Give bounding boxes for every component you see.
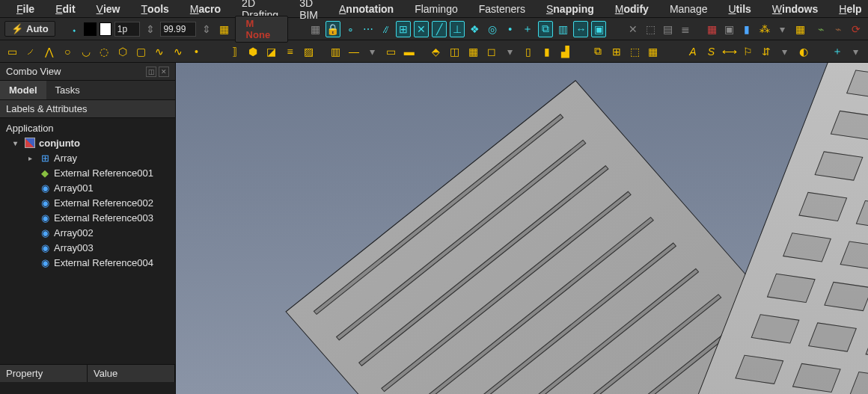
menu-tools[interactable]: Tools bbox=[131, 1, 180, 17]
menu-file[interactable]: File bbox=[6, 1, 45, 17]
bim-roof-icon[interactable]: ⬘ bbox=[429, 43, 444, 60]
menu-manage[interactable]: Manage bbox=[659, 1, 718, 17]
fill-color-swatch[interactable] bbox=[100, 22, 111, 36]
property-column-header[interactable]: Property bbox=[0, 365, 88, 382]
tools-icon[interactable]: ✕ bbox=[626, 21, 641, 37]
wire-icon[interactable]: ⟋ bbox=[23, 43, 39, 60]
menu-windows[interactable]: Windows bbox=[762, 1, 828, 17]
polyline-icon[interactable]: ⋀ bbox=[41, 43, 57, 60]
menu-fasteners[interactable]: Fasteners bbox=[468, 1, 536, 17]
part-icon[interactable]: ▤ bbox=[661, 21, 676, 37]
bim-beam-icon[interactable]: — bbox=[346, 43, 362, 60]
tree-item-array002[interactable]: ◉ Array002 bbox=[0, 225, 175, 240]
bim-building-icon[interactable]: ◪ bbox=[264, 43, 280, 60]
bim-window-icon[interactable]: ▭ bbox=[383, 43, 399, 60]
panel-close-icon[interactable]: ✕ bbox=[159, 67, 169, 77]
arc-icon[interactable]: ◡ bbox=[79, 43, 94, 60]
render6-icon[interactable]: ▦ bbox=[792, 21, 807, 37]
panel-float-icon[interactable]: ◫ bbox=[146, 67, 156, 77]
mod-cut-icon[interactable]: ⬚ bbox=[627, 43, 643, 60]
tab-tasks[interactable]: Tasks bbox=[46, 81, 89, 99]
bim-frame-icon[interactable]: ▦ bbox=[465, 43, 481, 60]
menu-help[interactable]: Help bbox=[828, 1, 868, 17]
bspline-icon[interactable]: ∿ bbox=[152, 43, 168, 60]
value-column-header[interactable]: Value bbox=[88, 365, 175, 382]
nav-add-icon[interactable]: ＋ bbox=[830, 43, 846, 60]
tree-item-array001[interactable]: ◉ Array001 bbox=[0, 180, 175, 195]
menu-annotation[interactable]: Annotation bbox=[328, 1, 404, 17]
snap-endpoint-icon[interactable]: ∘ bbox=[343, 21, 358, 37]
menu-macro[interactable]: Macro bbox=[180, 1, 231, 17]
ann-text-icon[interactable]: A bbox=[685, 43, 701, 60]
fontsize-stepper-icon[interactable]: ⇕ bbox=[143, 21, 158, 37]
ellipse-icon[interactable]: ◌ bbox=[97, 43, 112, 60]
snap-midpoint-icon[interactable]: ⋯ bbox=[361, 21, 376, 37]
scale-input[interactable] bbox=[160, 22, 196, 37]
ext-tool2-icon[interactable]: ⌁ bbox=[831, 21, 846, 37]
polygon-icon[interactable]: ⬡ bbox=[115, 43, 131, 60]
tree-item-extref002[interactable]: ◉ External Reference002 bbox=[0, 195, 175, 210]
none-button[interactable]: M None bbox=[235, 16, 289, 43]
menu-3d-bim[interactable]: 3D BIM bbox=[289, 0, 328, 23]
line-color-swatch[interactable] bbox=[84, 22, 96, 36]
bim-space-icon[interactable]: ▨ bbox=[301, 43, 317, 60]
snap-intersect-icon[interactable]: ✕ bbox=[414, 21, 429, 37]
snap-extension-icon[interactable]: ╱ bbox=[432, 21, 447, 37]
tree-item-array003[interactable]: ◉ Array003 bbox=[0, 240, 175, 255]
menu-edit[interactable]: Edit bbox=[45, 1, 85, 17]
bim-comp-icon[interactable]: ▮ bbox=[539, 43, 554, 60]
tree-application[interactable]: Application bbox=[0, 121, 175, 135]
snap-ortho-icon[interactable]: • bbox=[503, 21, 518, 37]
ext-tool3-icon[interactable]: ⟳ bbox=[849, 21, 864, 37]
labels-attributes-header[interactable]: Labels & Attributes bbox=[0, 100, 175, 118]
snap-lock-icon[interactable]: 🔒 bbox=[326, 21, 340, 37]
construction-mode-icon[interactable]: ▦ bbox=[217, 21, 232, 37]
bim-box-icon[interactable]: ◻ bbox=[484, 43, 500, 60]
snap-grid-icon[interactable]: ▦ bbox=[308, 21, 323, 37]
bim-stairs-icon[interactable]: ▟ bbox=[557, 43, 573, 60]
ann-dim-icon[interactable]: ⟷ bbox=[722, 43, 738, 60]
menu-utils[interactable]: Utils bbox=[718, 1, 761, 17]
menu-view[interactable]: View bbox=[86, 1, 131, 17]
bim-project-icon[interactable]: ⟧ bbox=[227, 43, 242, 60]
render5-icon[interactable]: ▾ bbox=[775, 21, 790, 37]
ann-shape-icon[interactable]: S bbox=[703, 43, 719, 60]
mod-union-icon[interactable]: ▦ bbox=[646, 43, 661, 60]
menu-modify[interactable]: Modify bbox=[605, 1, 659, 17]
menu-snapping[interactable]: Snapping bbox=[536, 1, 605, 17]
snap-angle-icon[interactable]: ❖ bbox=[468, 21, 483, 37]
ann-dropdown-icon[interactable]: ▾ bbox=[777, 43, 793, 60]
bim-panel-icon[interactable]: ◫ bbox=[447, 43, 462, 60]
bim-site-icon[interactable]: ⬢ bbox=[245, 43, 261, 60]
bim-dropdown-icon[interactable]: ▾ bbox=[364, 43, 380, 60]
snap-add-icon[interactable]: ＋ bbox=[520, 21, 535, 37]
snap-near-icon[interactable]: ▥ bbox=[556, 21, 571, 37]
bim-slab-icon[interactable]: ▬ bbox=[402, 43, 418, 60]
tree-item-array[interactable]: ▸ ⊞ Array bbox=[0, 150, 175, 165]
nav-dropdown-icon[interactable]: ▾ bbox=[848, 43, 864, 60]
render4-icon[interactable]: ⁂ bbox=[757, 21, 772, 37]
ann-section-icon[interactable]: ◐ bbox=[795, 43, 811, 60]
snap-parallel-icon[interactable]: ⫽ bbox=[379, 21, 394, 37]
tree-document[interactable]: ▾ conjunto bbox=[0, 135, 175, 150]
snap-grid2-icon[interactable]: ⊞ bbox=[396, 21, 411, 37]
bim-lib-icon[interactable]: ▯ bbox=[521, 43, 537, 60]
bim-wall-icon[interactable]: ▥ bbox=[328, 43, 343, 60]
fontsize-input[interactable] bbox=[114, 22, 140, 37]
point-icon[interactable]: • bbox=[189, 43, 204, 60]
line-icon[interactable]: ▭ bbox=[4, 43, 20, 60]
stack-icon[interactable]: ≣ bbox=[679, 21, 694, 37]
snap-center-icon[interactable]: ◎ bbox=[485, 21, 500, 37]
snap-dim-icon[interactable]: ↔ bbox=[573, 21, 588, 37]
bim-dropdown2-icon[interactable]: ▾ bbox=[502, 43, 518, 60]
bim-level-icon[interactable]: ≡ bbox=[282, 43, 298, 60]
ann-label-icon[interactable]: ⚐ bbox=[740, 43, 756, 60]
snap-special-icon[interactable]: ⧉ bbox=[538, 21, 553, 37]
box-icon[interactable]: ⬚ bbox=[644, 21, 658, 37]
rect-icon[interactable]: ▢ bbox=[133, 43, 149, 60]
bezier-icon[interactable]: ∿ bbox=[171, 43, 186, 60]
snap-perp-icon[interactable]: ⊥ bbox=[450, 21, 465, 37]
menu-flamingo[interactable]: Flamingo bbox=[404, 1, 468, 17]
tab-model[interactable]: Model bbox=[0, 81, 46, 99]
mod-array-icon[interactable]: ⊞ bbox=[608, 43, 624, 60]
